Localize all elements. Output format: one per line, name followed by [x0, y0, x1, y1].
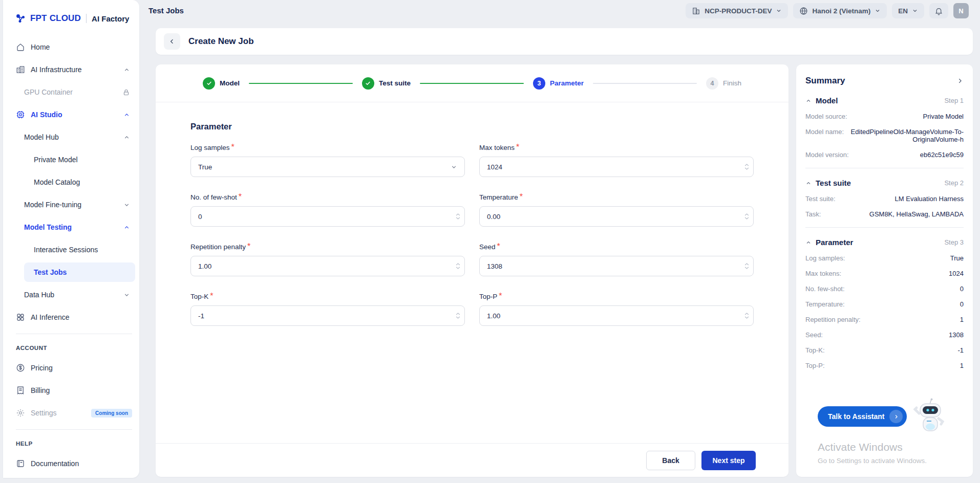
back-step-button[interactable]: Back: [646, 451, 695, 470]
number-stepper[interactable]: [456, 263, 460, 270]
gear-icon: [16, 408, 25, 418]
sidebar-item-model-fine-tuning[interactable]: Model Fine-tuning: [3, 193, 139, 216]
parameter-form: Parameter Log samples* True Max tokens*: [156, 122, 789, 326]
sidebar-item-label: Private Model: [34, 156, 78, 164]
sidebar-item-label: AI Studio: [31, 111, 62, 119]
sidebar-item-billing[interactable]: Billing: [3, 379, 139, 402]
sidebar-item-home[interactable]: Home: [3, 36, 139, 58]
summary-row: Model name: EditedPipelineOld-ManageVolu…: [805, 128, 964, 143]
number-stepper[interactable]: [744, 313, 749, 319]
sidebar-item-label: AI Inference: [31, 313, 70, 321]
chevron-up-icon[interactable]: [123, 67, 130, 73]
book-icon: [16, 459, 25, 468]
sidebar-item-ai-studio[interactable]: AI Studio: [3, 103, 139, 126]
chevron-down-icon[interactable]: [123, 292, 130, 298]
back-button[interactable]: [164, 33, 180, 50]
sidebar: FPT CLOUD AI Factory Home AI Infrastruct…: [3, 0, 139, 478]
region-label: Hanoi 2 (Vietnam): [812, 7, 870, 15]
required-asterisk: *: [520, 192, 523, 201]
topbar-page-title: Test Jobs: [148, 6, 184, 15]
sidebar-item-test-jobs[interactable]: Test Jobs: [24, 262, 135, 282]
sidebar-item-label: Model Testing: [24, 223, 72, 231]
number-stepper[interactable]: [744, 164, 749, 170]
sidebar-item-ai-infrastructure[interactable]: AI Infrastructure: [3, 58, 139, 81]
region-selector[interactable]: Hanoi 2 (Vietnam): [793, 3, 887, 18]
building-icon: [692, 7, 700, 15]
summary-section-title: Test suite: [816, 179, 851, 187]
field-log-samples: Log samples* True: [190, 143, 465, 177]
chevron-up-icon[interactable]: [123, 112, 130, 118]
workspace-label: NCP-PRODUCT-DEV: [705, 7, 772, 15]
max-tokens-input[interactable]: [479, 157, 754, 177]
step-number-badge: 4: [706, 77, 718, 90]
field-top-p: Top-P*: [479, 292, 754, 326]
sidebar-item-label: Test Jobs: [34, 268, 67, 276]
field-label: Top-P: [479, 293, 497, 300]
required-asterisk: *: [210, 292, 213, 300]
activate-windows-watermark: Activate Windows: [818, 441, 903, 453]
sidebar-section-account: ACCOUNT: [3, 339, 139, 357]
sidebar-item-label: AI Infrastructure: [31, 65, 82, 74]
sidebar-item-documentation[interactable]: Documentation: [3, 452, 139, 475]
user-avatar[interactable]: N: [953, 3, 969, 18]
log-samples-select[interactable]: True: [190, 157, 465, 177]
sidebar-item-gpu-container[interactable]: GPU Container: [3, 81, 139, 103]
sidebar-item-interactive-sessions[interactable]: Interactive Sessions: [3, 238, 139, 261]
sidebar-item-private-model[interactable]: Private Model: [3, 148, 139, 171]
number-stepper[interactable]: [744, 213, 749, 220]
sidebar-item-label: Billing: [31, 386, 50, 394]
sidebar-item-model-testing[interactable]: Model Testing: [3, 216, 139, 238]
field-label: Repetition penalty: [190, 243, 246, 251]
workspace-selector[interactable]: NCP-PRODUCT-DEV: [686, 3, 788, 18]
billing-icon: [16, 386, 25, 395]
summary-section-test-suite: Test suite Step 2: [805, 179, 964, 187]
repetition-penalty-input[interactable]: [190, 256, 465, 276]
chevron-up-icon[interactable]: [805, 239, 812, 246]
topbar: Test Jobs NCP-PRODUCT-DEV Hanoi 2 (Vietn…: [0, 0, 980, 20]
summary-row: Task: GSM8K, HellaSwag, LAMBADA: [805, 210, 964, 218]
number-stepper[interactable]: [744, 263, 749, 270]
summary-row: No. few-shot: 0: [805, 285, 964, 293]
chevron-up-icon[interactable]: [805, 180, 812, 186]
chevron-down-icon[interactable]: [123, 202, 130, 208]
page-title: Create New Job: [188, 36, 254, 47]
chevron-up-icon[interactable]: [123, 134, 130, 141]
field-few-shot: No. of few-shot*: [190, 192, 465, 227]
sidebar-item-pricing[interactable]: Pricing: [3, 357, 139, 379]
number-stepper[interactable]: [456, 313, 460, 319]
summary-row: Model version: eb62c51e9c59: [805, 151, 964, 159]
chevron-right-icon: [889, 410, 903, 423]
few-shot-input[interactable]: [190, 206, 465, 227]
chevron-up-icon[interactable]: [123, 224, 130, 231]
language-selector[interactable]: EN: [892, 3, 924, 18]
notifications-button[interactable]: [929, 3, 948, 18]
sidebar-item-ai-inference[interactable]: AI Inference: [3, 306, 139, 328]
top-p-input[interactable]: [479, 305, 754, 326]
seed-input[interactable]: [479, 256, 754, 276]
required-asterisk: *: [499, 292, 502, 300]
sidebar-item-data-hub[interactable]: Data Hub: [3, 283, 139, 306]
talk-to-assistant-button[interactable]: Talk to Assistant: [818, 406, 907, 427]
number-stepper[interactable]: [456, 213, 460, 220]
top-k-input[interactable]: [190, 305, 465, 326]
next-step-button[interactable]: Next step: [701, 451, 756, 470]
step-finish: 4 Finish: [706, 77, 741, 90]
brand-logo[interactable]: FPT CLOUD AI Factory: [3, 0, 139, 28]
sidebar-item-model-hub[interactable]: Model Hub: [3, 126, 139, 148]
required-asterisk: *: [516, 143, 519, 151]
required-asterisk: *: [247, 242, 250, 251]
wizard-card: Model Test suite 3 Parameter 4 Finish Pa…: [156, 64, 789, 477]
summary-row: Repetition penalty: 1: [805, 316, 964, 323]
sidebar-section-help: HELP: [3, 435, 139, 452]
summary-row: Temperature: 0: [805, 300, 964, 308]
temperature-input[interactable]: [479, 206, 754, 227]
summary-section-model: Model Step 1: [805, 96, 964, 105]
sidebar-item-model-catalog[interactable]: Model Catalog: [3, 171, 139, 193]
summary-panel: Summary Model Step 1 Model source: Priva…: [796, 64, 973, 477]
summary-title: Summary: [805, 76, 845, 86]
brand-wordmark: FPT CLOUD: [30, 13, 81, 24]
summary-row: Seed: 1308: [805, 331, 964, 339]
chevron-right-icon[interactable]: [956, 77, 964, 84]
chevron-up-icon[interactable]: [805, 98, 812, 104]
chevron-down-icon: [875, 8, 881, 14]
